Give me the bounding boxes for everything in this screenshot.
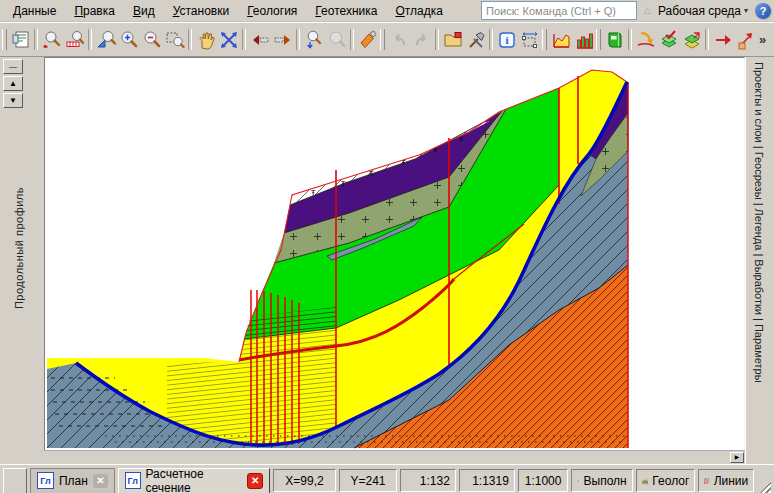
menu-debug[interactable]: Отладка: [386, 2, 451, 20]
toolbar-separator: [705, 29, 709, 50]
layers-move-icon[interactable]: [680, 28, 703, 51]
scroll-up-button[interactable]: ▲: [3, 76, 23, 91]
workspace-selector[interactable]: Рабочая среда ▾: [658, 4, 748, 18]
right-panel-tabs[interactable]: Проекты и слои | Геосрезы | Легенда | Вы…: [753, 62, 765, 383]
measure-frame-icon[interactable]: [518, 28, 541, 51]
main-area: — ▲ ▼ Продольный профиль: [0, 57, 774, 464]
project-properties-icon[interactable]: [9, 28, 32, 51]
application-window: Данные Правка Вид Установки Геология Гео…: [0, 0, 774, 493]
refresh-view-icon[interactable]: [356, 28, 379, 51]
tab-scroll-button[interactable]: [3, 468, 27, 493]
drawing-canvas[interactable]: ŦŦŦŦŦŦ: [44, 57, 745, 451]
tab-longitudinal-profile[interactable]: Продольный профиль: [13, 187, 25, 309]
fragment-next-icon[interactable]: [271, 28, 294, 51]
coordinate-y-field: Y=241: [339, 469, 397, 492]
execute-mode-button[interactable]: Выполн: [571, 469, 632, 492]
zoom-out-icon[interactable]: [140, 28, 163, 51]
lines-icon: [704, 474, 709, 488]
zoom-ruler-icon[interactable]: [63, 28, 86, 51]
toolbar-separator: [435, 29, 439, 50]
menu-settings[interactable]: Установки: [164, 2, 239, 20]
chevron-down-icon: ▾: [744, 6, 748, 15]
undo-icon[interactable]: [387, 28, 410, 51]
zoom-previous-icon[interactable]: [325, 28, 348, 51]
topbar-right: △ Рабочая среда ▾ ?: [481, 1, 771, 20]
profile-chart-icon[interactable]: [549, 28, 572, 51]
node-target-icon[interactable]: [734, 28, 757, 51]
go-next-icon[interactable]: [711, 28, 734, 51]
panel-collapse-button[interactable]: —: [3, 59, 23, 74]
toolbar-separator: [296, 29, 300, 50]
toolbar-separator: [350, 29, 354, 50]
menu-geotechnics[interactable]: Геотехника: [306, 2, 386, 20]
lines-mode-button[interactable]: Линии: [698, 469, 754, 492]
horizontal-scrollbar[interactable]: ▶: [44, 450, 745, 464]
tab-calculated-section-label: Расчетное сечение: [146, 467, 243, 493]
help-icon[interactable]: ?: [755, 3, 771, 19]
legend-book-icon[interactable]: [603, 28, 626, 51]
scroll-right-button[interactable]: ▶: [730, 452, 744, 463]
toolbar-grip[interactable]: [542, 29, 547, 50]
zoom-selection-icon[interactable]: [302, 28, 325, 51]
toolbar-overflow-button[interactable]: »: [757, 32, 768, 47]
open-document-icon[interactable]: [441, 28, 464, 51]
geology-tab-icon: Гл: [125, 472, 141, 489]
window-resize-grip[interactable]: [757, 481, 771, 493]
command-search-input[interactable]: [481, 1, 637, 20]
menu-geology[interactable]: Геология: [238, 2, 306, 20]
svg-text:i: i: [505, 34, 508, 46]
zoom-window-icon[interactable]: [163, 28, 186, 51]
canvas-holder: ŦŦŦŦŦŦ: [44, 57, 745, 464]
export-curve-icon[interactable]: [634, 28, 657, 51]
toolbar-grip[interactable]: [380, 29, 385, 50]
element-info-icon[interactable]: i: [495, 28, 518, 51]
left-panel: — ▲ ▼ Продольный профиль: [0, 57, 44, 464]
section-drawing: ŦŦŦŦŦŦ: [45, 58, 744, 450]
scroll-down-button[interactable]: ▼: [3, 93, 23, 108]
tools-icon[interactable]: [464, 28, 487, 51]
bar-chart-icon[interactable]: [572, 28, 595, 51]
geology-tab-icon: Гл: [37, 472, 54, 489]
zoom-extents-icon[interactable]: [217, 28, 240, 51]
workspace-label: Рабочая среда: [658, 4, 741, 18]
right-panel: Проекты и слои | Геосрезы | Легенда | Вы…: [745, 57, 774, 464]
toolbar-separator: [88, 29, 92, 50]
check-icon: [577, 474, 579, 488]
toolbar-separator: [489, 29, 493, 50]
menu-view[interactable]: Вид: [124, 2, 164, 20]
main-toolbar: i »: [0, 22, 774, 57]
scale-field-1[interactable]: 1:132: [400, 469, 456, 492]
redo-icon[interactable]: [410, 28, 433, 51]
menu-bar: Данные Правка Вид Установки Геология Гео…: [0, 0, 774, 22]
status-bar: Гл План ✕ Гл Расчетное сечение ✕ X=99,2 …: [0, 464, 774, 493]
scale-field-2[interactable]: 1:1319: [459, 469, 515, 492]
zoom-in-icon[interactable]: [117, 28, 140, 51]
close-icon[interactable]: ✕: [93, 474, 108, 488]
tab-calculated-section[interactable]: Гл Расчетное сечение ✕: [118, 468, 270, 493]
zoom-marker-icon[interactable]: [40, 28, 63, 51]
menu-data[interactable]: Данные: [4, 2, 65, 20]
pan-hand-icon[interactable]: [194, 28, 217, 51]
geology-layers-icon: [642, 474, 649, 488]
geology-mode-button[interactable]: Геолог: [636, 469, 696, 492]
fragment-prev-icon[interactable]: [248, 28, 271, 51]
zoom-area-icon[interactable]: [94, 28, 117, 51]
toolbar-separator: [188, 29, 192, 50]
tab-plan[interactable]: Гл План ✕: [30, 468, 115, 493]
toolbar-grip[interactable]: [2, 29, 7, 50]
layers-check-icon[interactable]: [657, 28, 680, 51]
toolbar-separator: [628, 29, 632, 50]
collapse-triangle-icon[interactable]: △: [644, 6, 651, 15]
scale-field-3[interactable]: 1:1000: [518, 469, 568, 492]
coordinate-x-field: X=99,2: [273, 469, 336, 492]
close-icon[interactable]: ✕: [247, 473, 263, 489]
toolbar-grip[interactable]: [596, 29, 601, 50]
menu-edit[interactable]: Правка: [65, 2, 124, 20]
toolbar-separator: [34, 29, 38, 50]
toolbar-separator: [242, 29, 246, 50]
tab-plan-label: План: [59, 474, 88, 488]
